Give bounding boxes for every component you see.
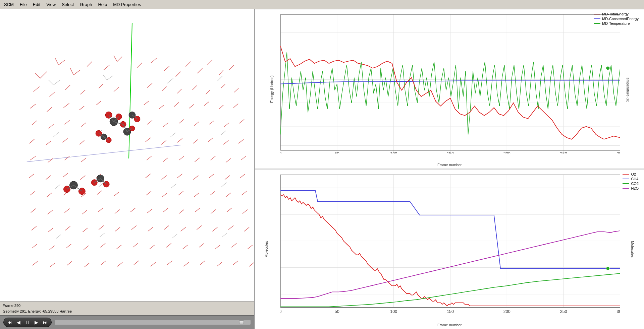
svg-line-63 <box>177 138 182 142</box>
energy-legend: MD-TotalEnergy MD-ConservedEnergy MD-Tem… <box>594 12 639 25</box>
svg-line-148 <box>67 261 72 265</box>
svg-line-60 <box>79 140 84 144</box>
svg-line-16 <box>186 62 191 67</box>
svg-line-153 <box>151 262 156 266</box>
svg-line-33 <box>234 88 238 92</box>
svg-line-62 <box>161 140 166 144</box>
menu-help[interactable]: Help <box>95 1 110 8</box>
svg-line-161 <box>49 80 54 85</box>
svg-line-10 <box>117 57 122 62</box>
svg-line-58 <box>46 141 51 145</box>
svg-line-37 <box>79 106 84 110</box>
molecules-y-right-label: Molecules <box>631 241 635 258</box>
svg-text:100: 100 <box>390 309 397 314</box>
legend-total-energy: MD-TotalEnergy <box>594 12 639 16</box>
svg-line-147 <box>50 263 55 267</box>
charts-panel: Energy (Hartree) Temperature (K) Frame n… <box>255 9 644 329</box>
molecules-chart: Molecules Molecules Frame number O2 CH4 … <box>255 169 644 329</box>
legend-o2: O2 <box>623 172 639 176</box>
svg-line-102 <box>226 193 231 197</box>
svg-line-50 <box>147 120 152 124</box>
svg-line-73 <box>163 158 168 162</box>
svg-line-173 <box>221 183 226 187</box>
legend-temperature-line <box>594 23 600 24</box>
svg-line-26 <box>114 87 119 92</box>
svg-line-107 <box>82 210 87 214</box>
menu-select[interactable]: Select <box>59 1 76 8</box>
legend-conserved-energy-label: MD-ConservedEnergy <box>602 17 639 21</box>
svg-line-164 <box>167 78 173 83</box>
progress-bar[interactable] <box>54 320 251 325</box>
svg-line-112 <box>163 208 168 212</box>
svg-line-101 <box>210 191 215 195</box>
legend-ch4-label: CH4 <box>631 177 638 181</box>
svg-line-44 <box>219 105 223 109</box>
prev-frame-button[interactable]: ◀ <box>15 319 22 326</box>
svg-line-72 <box>147 156 152 160</box>
menu-graph[interactable]: Graph <box>77 1 95 8</box>
svg-line-174 <box>56 235 61 239</box>
playback-group: ⏮ ◀ ⏸ ▶ ⏭ <box>3 318 52 327</box>
svg-line-156 <box>200 261 205 265</box>
menu-md-properties[interactable]: MD Properties <box>110 1 144 8</box>
energy-x-label: Frame number <box>437 163 462 167</box>
svg-text:250: 250 <box>560 309 567 314</box>
menu-view[interactable]: View <box>44 1 58 8</box>
svg-line-106 <box>64 209 69 213</box>
svg-line-23 <box>65 85 70 90</box>
svg-line-108 <box>98 208 103 212</box>
svg-line-168 <box>171 133 176 137</box>
svg-line-76 <box>210 156 215 160</box>
svg-line-12 <box>137 63 142 68</box>
svg-line-177 <box>222 233 227 237</box>
menu-edit[interactable]: Edit <box>30 1 43 8</box>
svg-line-75 <box>195 158 200 162</box>
svg-line-54 <box>209 121 214 124</box>
svg-text:300: 300 <box>617 151 620 153</box>
svg-line-36 <box>64 103 69 108</box>
svg-line-5 <box>55 58 59 65</box>
geometry-info: Geometry 291, Energy: -65.29553 Hartree <box>3 309 252 314</box>
svg-line-35 <box>47 107 52 112</box>
svg-line-80 <box>46 176 51 180</box>
legend-total-energy-line <box>594 14 600 14</box>
viewer-3d[interactable] <box>0 9 254 301</box>
molecules-legend: O2 CH4 CO2 H2O <box>623 172 639 190</box>
legend-temperature-label: MD-Temperature <box>602 21 630 25</box>
svg-line-46 <box>32 121 37 125</box>
svg-line-157 <box>217 262 222 266</box>
last-frame-button[interactable]: ⏭ <box>41 319 49 326</box>
playback-controls: ⏮ ◀ ⏸ ▶ ⏭ <box>0 315 254 329</box>
svg-line-90 <box>240 174 245 178</box>
svg-line-9 <box>104 65 110 70</box>
next-frame-button[interactable]: ▶ <box>33 319 40 326</box>
svg-line-114 <box>195 208 200 212</box>
svg-line-151 <box>117 262 122 266</box>
svg-line-2 <box>40 72 47 78</box>
viewer-panel: Frame 290 Geometry 291, Energy: -65.2955… <box>0 9 255 329</box>
svg-line-47 <box>49 124 54 128</box>
svg-point-198 <box>78 188 85 195</box>
svg-line-78 <box>241 156 246 160</box>
svg-line-109 <box>115 210 120 214</box>
svg-line-98 <box>162 193 167 197</box>
menu-scm[interactable]: SCM <box>1 1 16 8</box>
svg-line-130 <box>228 225 233 229</box>
svg-line-138 <box>133 243 138 247</box>
molecules-x-label: Frame number <box>437 323 462 327</box>
svg-text:300: 300 <box>617 309 620 314</box>
svg-line-110 <box>130 208 136 212</box>
svg-line-142 <box>199 243 204 247</box>
svg-line-57 <box>30 139 35 143</box>
svg-line-165 <box>217 76 222 81</box>
pause-button[interactable]: ⏸ <box>23 319 32 326</box>
first-frame-button[interactable]: ⏮ <box>6 319 14 326</box>
legend-h2o: H2O <box>623 186 639 190</box>
svg-line-52 <box>179 119 184 123</box>
menu-file[interactable]: File <box>17 1 30 8</box>
current-frame-dot-bottom <box>606 267 610 270</box>
svg-line-162 <box>107 76 113 80</box>
svg-line-18 <box>207 60 212 65</box>
progress-thumb[interactable] <box>239 320 244 324</box>
svg-line-17 <box>197 68 202 73</box>
